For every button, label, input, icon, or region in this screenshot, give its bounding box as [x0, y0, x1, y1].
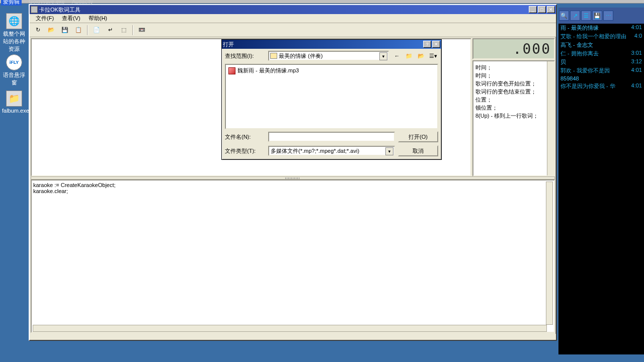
taskbar-item[interactable]: Audacity	[72, 0, 93, 5]
cancel-button[interactable]: 取消	[398, 145, 438, 156]
taskbar-item[interactable]: 爱剪辑	[1, 0, 22, 6]
nav-newfolder-button[interactable]: 📂	[416, 51, 426, 61]
system-taskbar: 爱剪辑 GoldWave.exe Audacity	[0, 0, 644, 4]
media-player-panel: 🔍 ↗ ☰ 💾 ⋯ 雨 - 最美的情缘4:01 艾歌 - 给我一个相爱的理由4:…	[558, 8, 644, 354]
help-line: 歌词行的变色开始位置；	[475, 79, 552, 87]
playlist-item[interactable]: 艾歌 - 给我一个相爱的理由4:0	[558, 32, 644, 41]
main-titlebar[interactable]: 卡拉OK歌词工具 _ □ ✕	[30, 5, 556, 14]
desktop-icon-ifly[interactable]: iFLY 语音悬浮窗	[2, 54, 26, 86]
ifly-icon: iFLY	[6, 54, 22, 70]
player-more-button[interactable]: ⋯	[603, 11, 613, 21]
refresh-button[interactable]: ↻	[32, 24, 44, 36]
menu-help[interactable]: 帮助(H)	[85, 14, 111, 23]
icon-label: 载整个网站的各种资源	[2, 30, 26, 53]
globe-icon: 🌐	[6, 13, 22, 29]
return-icon: ↵	[108, 27, 113, 33]
copy-icon: 📋	[75, 27, 82, 33]
doc-icon: 📄	[93, 27, 100, 33]
chevron-down-icon[interactable]: ▼	[385, 147, 393, 155]
toolbar: ↻ 📂 💾 📋 📄 ↵ ⬚ 📼	[30, 23, 556, 37]
help-line: 顿位置；	[475, 104, 552, 112]
help-line: 时间；	[475, 63, 552, 71]
app-icon	[31, 6, 38, 13]
help-button[interactable]: ?	[423, 41, 431, 48]
open-icon: 📂	[48, 27, 55, 33]
file-name: 魏新雨 - 最美的情缘.mp3	[237, 67, 299, 74]
nav-view-button[interactable]: ☰▾	[428, 51, 438, 61]
media-button[interactable]: 📼	[136, 24, 148, 36]
copy-button[interactable]: 📋	[72, 24, 85, 36]
desktop-icon-websiteres[interactable]: 🌐 载整个网站的各种资源	[2, 13, 26, 53]
scrollbar-horizontal[interactable]	[33, 325, 547, 332]
media-icon: 📼	[138, 27, 145, 33]
open-dialog: 打开 ? ✕ 查找范围(I): 最美的情缘 (伴奏) ▼ ← 📁 📂 ☰▾ 魏新…	[221, 39, 442, 160]
icon-label: falbum.exe	[2, 108, 26, 114]
scrollbar-vertical[interactable]	[546, 182, 553, 325]
audio-file-icon	[228, 67, 235, 74]
playlist-item[interactable]: 仁 - 拥抱你离去3:01	[558, 49, 644, 58]
player-up-button[interactable]: ↗	[570, 11, 580, 21]
lookin-value: 最美的情缘 (伴奏)	[279, 52, 323, 60]
refresh-icon: ↻	[36, 27, 40, 33]
open-button[interactable]: 📂	[45, 24, 57, 36]
playlist-item[interactable]: 高飞 - 金志文	[558, 41, 644, 49]
return-button[interactable]: ↵	[104, 24, 116, 36]
playlist-item[interactable]: 雨 - 最美的情缘4:01	[558, 24, 644, 32]
player-search-button[interactable]: 🔍	[559, 11, 569, 21]
grid-button[interactable]: ⬚	[118, 24, 130, 36]
dialog-close-button[interactable]: ✕	[432, 41, 440, 48]
menu-file[interactable]: 文件(F)	[32, 14, 58, 23]
playlist-item[interactable]: 859848	[558, 75, 644, 82]
help-line: 位置；	[475, 96, 552, 104]
filename-input[interactable]	[268, 132, 395, 142]
help-line: 8(Up) - 移到上一行歌词；	[475, 112, 552, 120]
dialog-title: 打开	[223, 41, 423, 48]
open-confirm-button[interactable]: 打开(O)	[398, 131, 438, 142]
grid-icon: ⬚	[121, 27, 126, 33]
folder-icon	[270, 53, 277, 59]
lookin-combo[interactable]: 最美的情缘 (伴奏) ▼	[268, 51, 389, 61]
help-line: 时间；	[475, 71, 552, 79]
playlist-item[interactable]: 你不是因为你爱我 - 华4:01	[558, 82, 644, 90]
folder-icon: 📁	[6, 90, 22, 107]
help-panel: 时间； 时间； 歌词行的变色开始位置； 歌词行的变色结束位置； 位置； 顿位置；…	[472, 60, 555, 176]
doc-button[interactable]: 📄	[91, 24, 103, 36]
desktop-icon-falbum[interactable]: 📁 falbum.exe	[2, 90, 26, 114]
status-bar	[30, 334, 556, 340]
lookin-label: 查找范围(I):	[225, 52, 265, 60]
filetype-value: 多媒体文件(*.mp?;*.mpeg*.dat;*.avi)	[271, 147, 359, 155]
chevron-down-icon[interactable]: ▼	[379, 52, 387, 60]
player-toolbar: 🔍 ↗ ☰ 💾 ⋯	[558, 8, 644, 24]
nav-up-button[interactable]: 📁	[404, 51, 414, 61]
filetype-combo[interactable]: 多媒体文件(*.mp?;*.mpeg*.dat;*.avi) ▼	[268, 146, 395, 156]
help-line: 歌词行的变色结束位置；	[475, 87, 552, 96]
filename-label: 文件名(N):	[225, 133, 265, 141]
icon-label: 语音悬浮窗	[2, 71, 26, 86]
scrollbar-vertical[interactable]	[547, 61, 554, 175]
time-display: .000	[472, 38, 555, 59]
player-save-button[interactable]: 💾	[592, 11, 602, 21]
nav-back-button[interactable]: ←	[392, 51, 402, 61]
minimize-button[interactable]: _	[529, 6, 537, 13]
filetype-label: 文件类型(T):	[225, 147, 265, 155]
player-list-button[interactable]: ☰	[581, 11, 591, 21]
file-item[interactable]: 魏新雨 - 最美的情缘.mp3	[227, 66, 436, 75]
playlist-item[interactable]: 郭欢 - 我爱你不是因4:01	[558, 66, 644, 75]
playlist[interactable]: 雨 - 最美的情缘4:01 艾歌 - 给我一个相爱的理由4:0 高飞 - 金志文…	[558, 24, 644, 90]
taskbar-item[interactable]: GoldWave.exe	[29, 0, 65, 5]
close-button[interactable]: ✕	[547, 6, 555, 13]
toolbar-separator	[87, 25, 88, 35]
playlist-item[interactable]: 贝3:12	[558, 58, 644, 66]
window-title: 卡拉OK歌词工具	[39, 6, 529, 14]
save-icon: 💾	[61, 27, 68, 33]
menu-bar: 文件(F) 查看(V) 帮助(H)	[30, 14, 556, 23]
dialog-titlebar[interactable]: 打开 ? ✕	[222, 40, 441, 49]
file-list[interactable]: 魏新雨 - 最美的情缘.mp3	[225, 64, 438, 129]
script-text: karaoke := CreateKaraokeObject; karaoke.…	[33, 182, 547, 325]
save-button[interactable]: 💾	[59, 24, 71, 36]
script-panel[interactable]: karaoke := CreateKaraokeObject; karaoke.…	[31, 179, 555, 333]
toolbar-separator	[132, 25, 133, 35]
menu-view[interactable]: 查看(V)	[58, 14, 85, 23]
maximize-button[interactable]: □	[538, 6, 546, 13]
